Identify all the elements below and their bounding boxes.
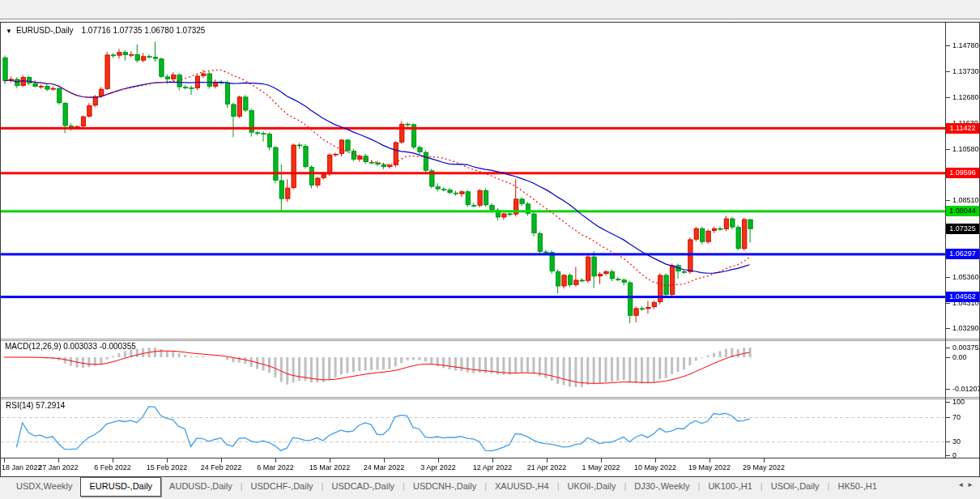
date-axis-label: 6 Mar 2022 xyxy=(257,463,294,471)
tab-uk100-h1[interactable]: UK100-,H1 xyxy=(700,478,760,497)
tab-xauusd-h4[interactable]: XAUUSD-,H4 xyxy=(487,478,557,497)
price-axis-tick: 1.14780 xyxy=(952,41,979,49)
price-line-label: 1.06297 xyxy=(946,249,979,259)
rsi-axis-tick: 30 xyxy=(952,437,961,446)
rsi-axis-tick: 70 xyxy=(952,413,961,421)
date-axis-label: 15 Mar 2022 xyxy=(309,463,351,471)
date-axis-label: 15 Feb 2022 xyxy=(147,463,188,471)
date-axis-label: 12 Apr 2022 xyxy=(473,463,513,471)
symbol-tab-bar: USDX,WeeklyEURUSD-,DailyAUDUSD-,Daily|US… xyxy=(0,478,980,497)
date-axis-label: 6 Feb 2022 xyxy=(94,463,131,471)
date-axis-label: 24 Mar 2022 xyxy=(364,463,405,471)
tab-dj30-weekly[interactable]: DJ30-,Weekly xyxy=(626,478,697,497)
price-axis-tick: 1.05360 xyxy=(952,273,979,281)
price-line-label: 1.07325 xyxy=(946,224,979,234)
tab-ukoil-daily[interactable]: UKOil-,Daily xyxy=(560,478,624,497)
price-line-label: 1.04562 xyxy=(946,292,979,302)
macd-indicator-label: MACD(12,26,9) 0.003033 -0.000355 xyxy=(5,342,136,351)
price-chart-canvas[interactable] xyxy=(0,0,980,499)
price-axis-tick: 1.12680 xyxy=(952,93,979,101)
date-axis-label: 21 Apr 2022 xyxy=(527,463,567,471)
price-axis-tick: 1.03290 xyxy=(952,324,979,332)
date-axis-label: 19 May 2022 xyxy=(688,463,731,471)
price-axis-tick: 1.10580 xyxy=(952,145,979,153)
macd-axis-tick: -0.012075 xyxy=(952,385,980,393)
rsi-axis-tick: 0 xyxy=(952,451,957,459)
chart-symbol-label: EURUSD-,Daily xyxy=(16,26,74,35)
date-axis-label: 27 Jan 2022 xyxy=(38,463,79,471)
tabs-scroll-right-icon[interactable]: ► xyxy=(967,481,977,488)
chart-dropdown-icon: ▼ xyxy=(6,28,12,35)
chart-title: ▼EURUSD-,Daily1.07716 1.07735 1.06780 1.… xyxy=(6,26,205,35)
date-axis-label: 24 Feb 2022 xyxy=(201,463,242,471)
tab-usdcnh-daily[interactable]: USDCNH-,Daily xyxy=(405,478,484,497)
price-line-label: 1.09596 xyxy=(946,168,979,178)
trading-app-window: 5M30H1H4D1W1MN ▼EURUSD-,Daily1.07716 1.0… xyxy=(0,0,980,499)
rsi-indicator-label: RSI(14) 57.2914 xyxy=(6,401,65,410)
rsi-axis-tick: 100 xyxy=(952,398,965,406)
tab-hk50-h1[interactable]: HK50-,H1 xyxy=(829,478,884,497)
tab-usdcad-daily[interactable]: USDCAD-,Daily xyxy=(323,478,403,497)
price-axis-tick: 1.08510 xyxy=(952,196,979,204)
tab-eurusd-daily[interactable]: EURUSD-,Daily xyxy=(80,477,161,497)
tab-audusd-daily[interactable]: AUDUSD-,Daily xyxy=(161,478,241,497)
price-axis-tick: 1.13730 xyxy=(952,67,979,75)
date-axis-label: 1 May 2022 xyxy=(582,463,620,471)
tab-usdchf-daily[interactable]: USDCHF-,Daily xyxy=(243,478,322,497)
date-axis-label: 18 Jan 2022 xyxy=(2,463,42,471)
price-line-label: 1.11422 xyxy=(946,123,979,134)
date-axis-label: 3 Apr 2022 xyxy=(420,463,456,471)
date-axis-label: 10 May 2022 xyxy=(634,463,676,471)
macd-axis-tick: 0.00 xyxy=(952,353,967,361)
tabs-scroll-left-icon[interactable]: ◄ xyxy=(957,481,967,488)
macd-axis-tick: 0.003753 xyxy=(952,343,980,352)
price-line-label: 1.08044 xyxy=(946,206,979,216)
tab-scroll-arrows: ◄► xyxy=(957,481,977,488)
chart-ohlc-values: 1.07716 1.07735 1.06780 1.07325 xyxy=(81,26,205,35)
tab-usdx-weekly[interactable]: USDX,Weekly xyxy=(8,478,80,497)
date-axis-label: 29 May 2022 xyxy=(743,463,785,471)
tab-usoil-daily[interactable]: USOil-,Daily xyxy=(763,478,828,497)
